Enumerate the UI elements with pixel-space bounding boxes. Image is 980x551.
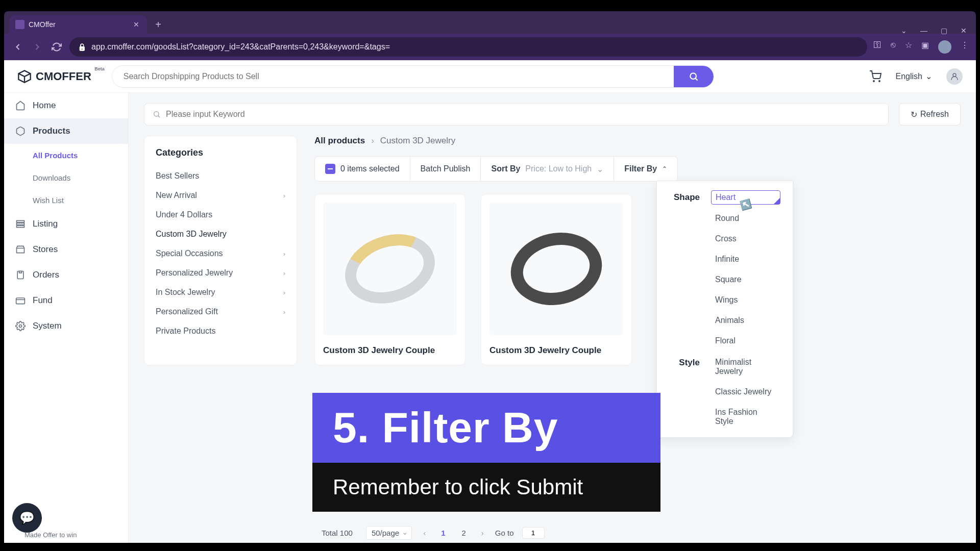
subnav-downloads[interactable]: Downloads <box>4 166 128 189</box>
product-card[interactable]: Custom 3D Jewelry Couple <box>481 194 632 365</box>
next-page-button[interactable]: › <box>478 529 487 537</box>
logo[interactable]: CMOFFER Beta <box>17 69 91 84</box>
address-bar[interactable]: app.cmoffer.com/goodsList?category_id=24… <box>69 37 867 57</box>
filter-opt-wings[interactable]: Wings <box>711 293 780 307</box>
tab-favicon <box>15 20 24 29</box>
goto-input[interactable] <box>522 527 545 539</box>
nav-fund[interactable]: Fund <box>4 288 128 313</box>
extensions-icon[interactable]: ▣ <box>921 40 929 54</box>
nav-stores[interactable]: Stores <box>4 237 128 262</box>
cart-icon[interactable] <box>869 70 881 83</box>
lock-icon <box>78 42 86 52</box>
home-icon <box>15 101 26 111</box>
maximize-icon[interactable]: ▢ <box>941 27 947 35</box>
nav-home[interactable]: Home <box>4 93 128 118</box>
subnav-all-products[interactable]: All Products <box>4 144 128 166</box>
sort-dropdown[interactable]: Sort By Price: Low to High ⌄ <box>481 157 614 181</box>
pagination: Total 100 50/page ‹ 1 2 › Go to <box>322 526 545 540</box>
chevron-right-icon: › <box>283 192 285 199</box>
search-button[interactable] <box>674 65 714 88</box>
filter-opt-floral[interactable]: Floral <box>711 334 780 347</box>
keyword-search[interactable] <box>144 103 889 126</box>
video-overlay: 5. Filter By Remember to click Submit <box>312 393 660 512</box>
promo-text: Made Offer to win <box>24 531 77 539</box>
cat-best-sellers[interactable]: Best Sellers <box>156 166 285 186</box>
reload-button[interactable] <box>50 40 63 54</box>
close-tab-icon[interactable]: ✕ <box>132 20 141 29</box>
filter-panel: Shape Heart Round Cross Infinite Square … <box>656 181 793 438</box>
keyword-input[interactable] <box>166 110 880 119</box>
filter-opt-square[interactable]: Square <box>711 273 780 286</box>
url-text: app.cmoffer.com/goodsList?category_id=24… <box>91 42 390 52</box>
product-title: Custom 3D Jewelry Couple <box>323 344 457 357</box>
app-header: CMOFFER Beta English ⌄ <box>4 60 976 93</box>
cat-custom-3d[interactable]: Custom 3D Jewelry <box>156 224 285 244</box>
page-2[interactable]: 2 <box>457 528 470 538</box>
batch-publish-button[interactable]: Batch Publish <box>410 157 481 181</box>
back-button[interactable] <box>11 40 24 54</box>
search-icon <box>153 110 161 118</box>
profile-avatar[interactable] <box>938 40 951 54</box>
page-1[interactable]: 1 <box>437 528 449 538</box>
filter-opt-minimalist[interactable]: Minimalist Jewelry <box>711 356 780 378</box>
search-input[interactable] <box>112 72 674 81</box>
filter-opt-cross[interactable]: Cross <box>711 232 780 245</box>
key-icon[interactable]: ⚿ <box>873 40 881 54</box>
nav-listing[interactable]: Listing <box>4 211 128 237</box>
nav-orders[interactable]: Orders <box>4 262 128 288</box>
breadcrumb: All products › Custom 3D Jewelry <box>314 136 961 146</box>
filter-opt-animals[interactable]: Animals <box>711 314 780 327</box>
cat-new-arrival[interactable]: New Arrival› <box>156 186 285 205</box>
subnav-wishlist[interactable]: Wish List <box>4 189 128 211</box>
page-size-select[interactable]: 50/page <box>366 526 412 540</box>
global-search[interactable] <box>112 65 714 88</box>
chevron-down-icon[interactable]: ⌄ <box>901 27 907 35</box>
filter-opt-ins-fashion[interactable]: Ins Fashion Style <box>711 406 780 428</box>
chevron-right-icon: › <box>283 289 285 296</box>
categories-panel: Categories Best Sellers New Arrival› Und… <box>144 136 297 365</box>
browser-tab[interactable]: CMOffer ✕ <box>9 15 147 34</box>
main-content: ↻ Refresh Categories Best Sellers New Ar… <box>129 93 976 543</box>
nav-products[interactable]: Products <box>4 118 128 144</box>
select-all-checkbox[interactable] <box>325 164 335 174</box>
new-tab-button[interactable]: + <box>151 17 165 32</box>
product-image <box>323 203 457 335</box>
language-label: English <box>896 72 922 81</box>
close-window-icon[interactable]: ✕ <box>961 27 967 35</box>
filter-opt-classic[interactable]: Classic Jewelry <box>711 385 780 398</box>
filter-dropdown[interactable]: Filter By ⌃ <box>614 157 677 181</box>
breadcrumb-root[interactable]: All products <box>314 136 365 146</box>
chevron-right-icon: › <box>283 250 285 258</box>
browser-chrome: CMOffer ✕ + ⌄ — ▢ ✕ app.cmoffer.com/good… <box>4 11 976 60</box>
filter-opt-infinite[interactable]: Infinite <box>711 253 780 266</box>
refresh-button[interactable]: ↻ Refresh <box>899 103 961 126</box>
share-icon[interactable]: ⎋ <box>891 40 896 54</box>
prev-page-button[interactable]: ‹ <box>420 529 429 537</box>
minimize-icon[interactable]: — <box>920 27 927 35</box>
filter-opt-heart[interactable]: Heart <box>711 190 780 205</box>
cat-private[interactable]: Private Products <box>156 321 285 341</box>
chat-button[interactable]: 💬 <box>12 503 42 533</box>
filter-opt-round[interactable]: Round <box>711 212 780 225</box>
svg-point-1 <box>873 81 874 82</box>
svg-rect-6 <box>17 226 24 227</box>
product-card[interactable]: Custom 3D Jewelry Couple <box>314 194 465 365</box>
star-icon[interactable]: ☆ <box>905 40 912 54</box>
categories-title: Categories <box>156 147 285 158</box>
cat-special-occasions[interactable]: Special Occasions› <box>156 244 285 263</box>
cat-in-stock[interactable]: In Stock Jewelry› <box>156 283 285 302</box>
cat-personalized-jewelry[interactable]: Personalized Jewelry› <box>156 263 285 283</box>
svg-point-2 <box>879 81 880 82</box>
breadcrumb-leaf: Custom 3D Jewelry <box>380 136 455 146</box>
cat-personalized-gift[interactable]: Personalized Gift› <box>156 302 285 321</box>
tab-title: CMOffer <box>29 20 56 29</box>
nav-system[interactable]: System <box>4 313 128 339</box>
forward-button[interactable] <box>31 40 44 54</box>
user-menu[interactable] <box>946 68 963 85</box>
chevron-down-icon: ⌄ <box>597 164 603 174</box>
goto-label: Go to <box>495 529 514 537</box>
menu-icon[interactable]: ⋮ <box>961 40 969 54</box>
product-image <box>489 203 623 335</box>
cat-under-4[interactable]: Under 4 Dollars <box>156 205 285 224</box>
language-selector[interactable]: English ⌄ <box>896 71 932 81</box>
